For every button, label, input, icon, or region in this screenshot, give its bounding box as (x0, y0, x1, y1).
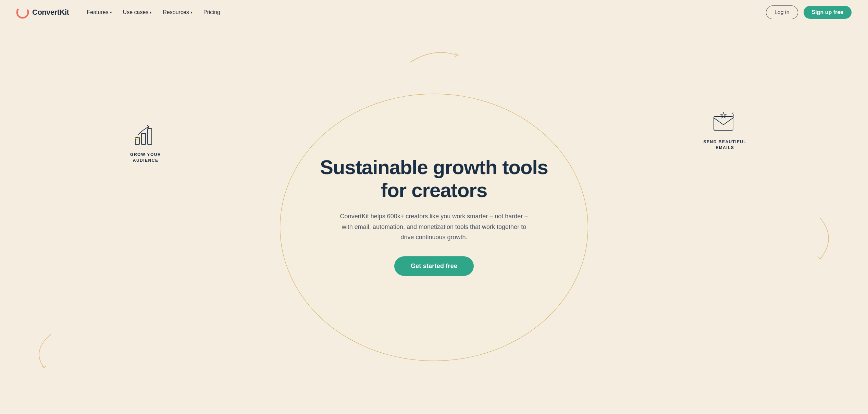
chart-icon (132, 120, 159, 147)
resources-chevron-icon: ▾ (190, 10, 193, 15)
login-button[interactable]: Log in (766, 5, 798, 19)
nav-resources[interactable]: Resources ▾ (159, 7, 196, 18)
send-emails-caption: SEND BEAUTIFULEMAILS (704, 139, 747, 151)
hero-subtitle: ConvertKit helps 600k+ creators like you… (335, 211, 533, 243)
features-chevron-icon: ▾ (110, 10, 112, 15)
grow-audience-illustration: GROW YOURAUDIENCE (130, 120, 161, 163)
svg-rect-5 (714, 117, 733, 130)
get-started-button[interactable]: Get started free (394, 256, 474, 276)
hero-section: GROW YOURAUDIENCE SEND BEAUTIFULEMAILS S… (0, 25, 868, 414)
hero-content: Sustainable growth tools for creators Co… (318, 156, 550, 276)
nav-links: Features ▾ Use cases ▾ Resources ▾ Prici… (83, 7, 224, 18)
email-icon (711, 110, 739, 134)
nav-pricing[interactable]: Pricing (199, 7, 224, 18)
svg-point-0 (17, 7, 28, 18)
navbar-right: Log in Sign up free (766, 5, 852, 19)
nav-features[interactable]: Features ▾ (83, 7, 116, 18)
use-cases-chevron-icon: ▾ (150, 10, 152, 15)
navbar: ConvertKit Features ▾ Use cases ▾ Resour… (0, 0, 868, 25)
send-emails-illustration: SEND BEAUTIFULEMAILS (704, 110, 747, 151)
svg-rect-3 (148, 129, 152, 144)
logo-icon (16, 6, 29, 19)
nav-use-cases[interactable]: Use cases ▾ (119, 7, 156, 18)
grow-audience-caption: GROW YOURAUDIENCE (130, 152, 161, 163)
svg-marker-6 (721, 112, 726, 118)
navbar-left: ConvertKit Features ▾ Use cases ▾ Resour… (16, 6, 224, 19)
svg-rect-2 (141, 133, 146, 144)
logo-text: ConvertKit (32, 8, 69, 17)
right-arrow-decoration (813, 215, 834, 264)
signup-button[interactable]: Sign up free (804, 6, 852, 19)
logo[interactable]: ConvertKit (16, 6, 69, 19)
left-arrow-decoration (27, 330, 55, 373)
top-arrow-decoration (407, 45, 461, 67)
hero-title: Sustainable growth tools for creators (318, 156, 550, 202)
